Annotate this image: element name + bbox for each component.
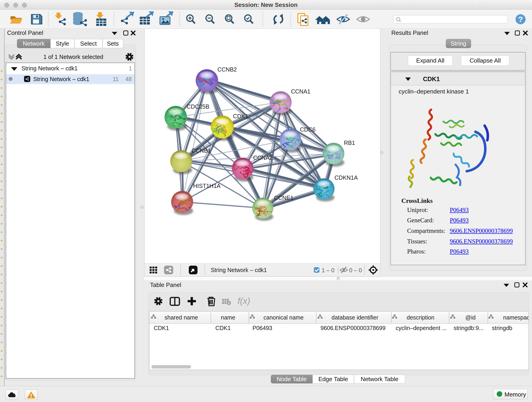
svg-text:shared name: shared name: [165, 314, 198, 321]
svg-text:description: description: [407, 314, 434, 321]
svg-text:namespace: namespace: [503, 314, 529, 321]
svg-text:CCNA1: CCNA1: [291, 88, 310, 95]
svg-text:RB1: RB1: [344, 140, 355, 146]
svg-text:CCNB2: CCNB2: [217, 66, 237, 73]
svg-text:CCNB1: CCNB1: [191, 147, 211, 154]
svg-text:HIST1H1A: HIST1H1A: [193, 183, 221, 189]
svg-text:CDK1: CDK1: [233, 113, 248, 119]
svg-text:f(x): f(x): [238, 296, 250, 306]
svg-text:CDC6: CDC6: [300, 126, 316, 133]
svg-text:CCNA2: CCNA2: [253, 154, 273, 161]
svg-text:?: ?: [518, 15, 523, 24]
svg-text:CDKN1A: CDKN1A: [335, 174, 358, 181]
svg-text:CCNE1: CCNE1: [274, 195, 293, 201]
svg-text:database identifier: database identifier: [331, 314, 378, 321]
svg-text:CDC25B: CDC25B: [187, 103, 209, 110]
svg-text:canonical name: canonical name: [264, 314, 304, 321]
svg-text:@id: @id: [465, 314, 476, 321]
svg-text:name: name: [221, 314, 235, 321]
